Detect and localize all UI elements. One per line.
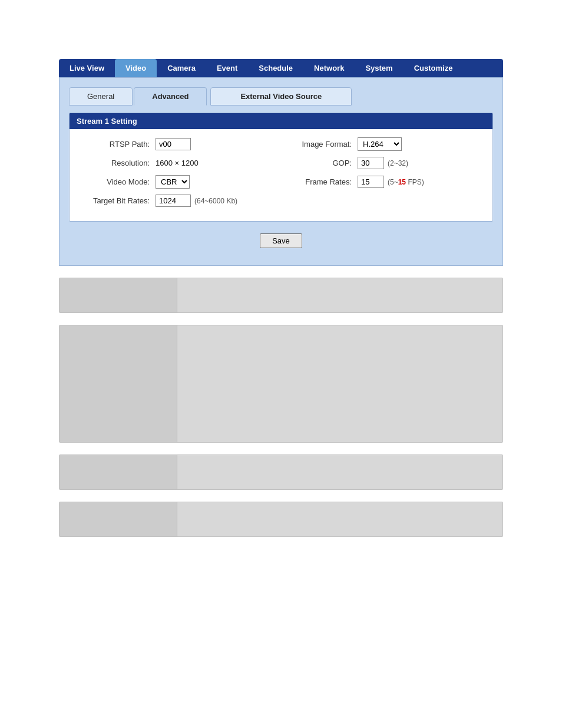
frame-rates-hint: (5~15 FPS)	[388, 178, 424, 186]
gop-input[interactable]	[358, 157, 384, 169]
placeholder-tall-left	[59, 325, 177, 442]
form-col-gop: GOP: (2~32)	[281, 157, 483, 169]
rtsp-label: RTSP Path:	[79, 140, 156, 149]
gop-label: GOP:	[281, 159, 358, 167]
placeholder-left-1	[59, 278, 177, 312]
placeholder-tall-right	[177, 325, 503, 442]
tab-general[interactable]: General	[69, 87, 133, 106]
nav-system[interactable]: System	[355, 59, 403, 77]
frame-rates-hint-highlight: 15	[398, 178, 406, 186]
form-col-rtsp: RTSP Path:	[79, 138, 281, 150]
stream-body: RTSP Path: Image Format: H.264 MJPEG H.2…	[70, 129, 492, 221]
nav-schedule[interactable]: Schedule	[248, 59, 303, 77]
form-row-1: RTSP Path: Image Format: H.264 MJPEG H.2…	[79, 137, 483, 151]
rtsp-input[interactable]	[156, 138, 191, 150]
form-col-video-mode: Video Mode: CBR VBR	[79, 175, 281, 189]
tab-external-video-source[interactable]: External Video Source	[210, 87, 352, 106]
main-content: General Advanced External Video Source S…	[59, 77, 503, 266]
frame-rates-hint-prefix: (5~	[388, 178, 398, 186]
form-col-frame-rates: Frame Rates: (5~15 FPS)	[281, 176, 483, 188]
placeholder-section-3	[59, 454, 503, 490]
save-row: Save	[69, 233, 493, 248]
form-row-4: Target Bit Rates: (64~6000 Kb)	[79, 195, 483, 207]
nav-customize[interactable]: Customize	[404, 59, 464, 77]
placeholder-left-3	[59, 455, 177, 489]
nav-event[interactable]: Event	[206, 59, 248, 77]
nav-network[interactable]: Network	[303, 59, 355, 77]
frame-rates-label: Frame Rates:	[281, 177, 358, 186]
resolution-value: 1600 × 1200	[156, 159, 199, 167]
placeholder-left-4	[59, 502, 177, 536]
frame-rates-hint-suffix: FPS)	[406, 178, 424, 186]
placeholder-section-1	[59, 278, 503, 313]
image-format-select[interactable]: H.264 MJPEG H.265	[358, 137, 402, 151]
tabs-row: General Advanced External Video Source	[69, 87, 493, 106]
form-col-resolution: Resolution: 1600 × 1200	[79, 159, 281, 167]
placeholder-right-3	[177, 455, 503, 489]
target-bit-hint: (64~6000 Kb)	[194, 197, 237, 205]
resolution-label: Resolution:	[79, 159, 156, 167]
placeholder-right-1	[177, 278, 503, 312]
placeholder-section-2	[59, 325, 503, 443]
nav-bar: Live View Video Camera Event Schedule Ne…	[59, 59, 503, 77]
frame-rates-input[interactable]	[358, 176, 384, 188]
save-button[interactable]: Save	[260, 233, 302, 248]
video-mode-select[interactable]: CBR VBR	[156, 175, 190, 189]
tab-advanced[interactable]: Advanced	[134, 87, 207, 106]
gop-hint: (2~32)	[388, 159, 408, 167]
placeholder-section-4	[59, 502, 503, 537]
video-mode-label: Video Mode:	[79, 177, 156, 186]
nav-camera[interactable]: Camera	[157, 59, 206, 77]
target-bit-input[interactable]	[156, 195, 191, 207]
form-row-3: Video Mode: CBR VBR Frame Rates: (5~15 F…	[79, 175, 483, 189]
stream-header: Stream 1 Setting	[70, 113, 492, 129]
nav-video[interactable]: Video	[115, 59, 157, 77]
form-col-target-bit: Target Bit Rates: (64~6000 Kb)	[79, 195, 281, 207]
form-col-image-format: Image Format: H.264 MJPEG H.265	[281, 137, 483, 151]
nav-live-view[interactable]: Live View	[59, 59, 115, 77]
page-wrapper: Live View Video Camera Event Schedule Ne…	[0, 0, 562, 728]
placeholder-right-4	[177, 502, 503, 536]
image-format-label: Image Format:	[281, 140, 358, 149]
stream-box: Stream 1 Setting RTSP Path: Image Format…	[69, 113, 493, 222]
form-row-2: Resolution: 1600 × 1200 GOP: (2~32)	[79, 157, 483, 169]
target-bit-label: Target Bit Rates:	[79, 196, 156, 205]
